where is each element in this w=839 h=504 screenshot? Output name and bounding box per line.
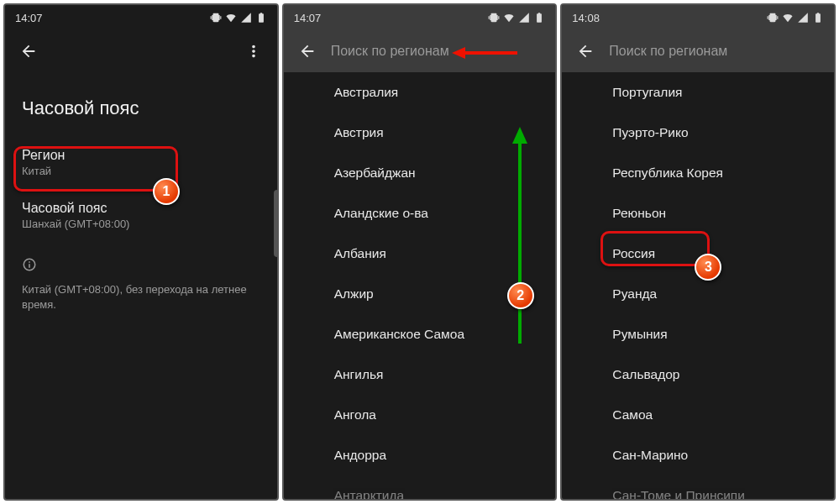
list-item[interactable]: Андорра: [284, 435, 556, 475]
region-list[interactable]: Австралия Австрия Азербайджан Аландские …: [284, 72, 556, 501]
search-appbar: Поиск по регионам: [284, 30, 556, 72]
vibrate-icon: [488, 12, 500, 24]
status-bar: 14:07: [284, 5, 556, 30]
back-arrow-icon: [298, 42, 317, 60]
setting-region-label: Регион: [22, 148, 260, 163]
list-item[interactable]: Самоа: [562, 395, 834, 435]
appbar: [5, 30, 277, 72]
list-item[interactable]: Австралия: [284, 72, 556, 113]
setting-region-value: Китай: [22, 165, 260, 177]
setting-region[interactable]: Регион Китай: [5, 136, 277, 189]
status-time: 14:07: [15, 12, 43, 24]
back-button[interactable]: [12, 34, 45, 68]
signal-icon: [797, 12, 809, 24]
battery-icon: [533, 12, 545, 24]
wifi-icon: [782, 12, 794, 24]
list-item[interactable]: Азербайджан: [284, 153, 556, 193]
overflow-menu-button[interactable]: [237, 34, 270, 68]
signal-icon: [518, 12, 530, 24]
info-icon-row: [5, 242, 277, 279]
list-item[interactable]: Румыния: [562, 314, 834, 354]
vibrate-icon: [210, 12, 222, 24]
more-vert-icon: [244, 42, 263, 60]
search-input[interactable]: Поиск по регионам: [602, 44, 827, 59]
list-item[interactable]: Португалия: [562, 72, 834, 113]
vibrate-icon: [767, 12, 779, 24]
info-icon: [22, 257, 37, 272]
status-bar: 14:08: [562, 5, 834, 30]
info-text: Китай (GMT+08:00), без перехода на летне…: [5, 279, 277, 316]
region-list[interactable]: Португалия Пуэрто-Рико Республика Корея …: [562, 72, 834, 501]
search-input[interactable]: Поиск по регионам: [324, 44, 549, 59]
setting-timezone-value: Шанхай (GMT+08:00): [22, 218, 260, 230]
screen-3-region-search-r: 14:08 Поиск по регионам Португалия Пуэрт…: [560, 3, 836, 501]
back-arrow-icon: [19, 42, 38, 60]
list-item[interactable]: Алжир: [284, 274, 556, 314]
list-item[interactable]: Ангола: [284, 395, 556, 435]
setting-timezone[interactable]: Часовой пояс Шанхай (GMT+08:00): [5, 189, 277, 242]
wifi-icon: [503, 12, 515, 24]
list-item[interactable]: Сальвадор: [562, 354, 834, 395]
signal-icon: [240, 12, 252, 24]
back-arrow-icon: [576, 42, 595, 60]
list-item[interactable]: Сан-Томе и Принсипи: [562, 475, 834, 501]
wifi-icon: [225, 12, 237, 24]
list-item[interactable]: Руанда: [562, 274, 834, 314]
list-item[interactable]: Австрия: [284, 113, 556, 153]
status-icons: [210, 12, 267, 24]
battery-icon: [255, 12, 267, 24]
list-item[interactable]: Американское Самоа: [284, 314, 556, 354]
list-item[interactable]: Албания: [284, 234, 556, 274]
page-title: Часовой пояс: [5, 72, 277, 136]
setting-timezone-label: Часовой пояс: [22, 201, 260, 216]
list-item[interactable]: Реюньон: [562, 193, 834, 234]
screen-1-timezone-settings: 14:07 Часовой пояс Регион Китай Часовой …: [3, 3, 279, 501]
list-item[interactable]: Ангилья: [284, 354, 556, 395]
list-item[interactable]: Пуэрто-Рико: [562, 113, 834, 153]
list-item[interactable]: Антарктида: [284, 475, 556, 501]
status-icons: [488, 12, 545, 24]
status-time: 14:07: [294, 12, 322, 24]
status-icons: [767, 12, 824, 24]
list-item[interactable]: Сан-Марино: [562, 435, 834, 475]
list-item-russia[interactable]: Россия: [562, 234, 834, 274]
status-bar: 14:07: [5, 5, 277, 30]
list-item[interactable]: Аландские о-ва: [284, 193, 556, 234]
status-time: 14:08: [572, 12, 600, 24]
list-item[interactable]: Республика Корея: [562, 153, 834, 193]
back-button[interactable]: [569, 34, 602, 68]
battery-icon: [812, 12, 824, 24]
screen-edge-indicator: [274, 190, 277, 257]
search-appbar: Поиск по регионам: [562, 30, 834, 72]
screen-2-region-search-a: 14:07 Поиск по регионам Австралия Австри…: [282, 3, 558, 501]
back-button[interactable]: [291, 34, 324, 68]
